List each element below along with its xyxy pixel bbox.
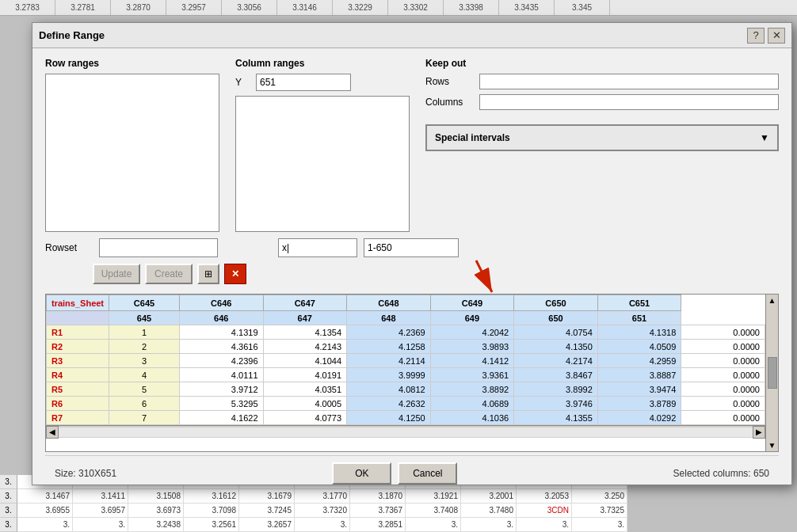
top-num-7: 3.3229	[333, 0, 388, 15]
dialog-title: Define Range	[39, 29, 105, 41]
row-ranges-section: Row ranges	[45, 58, 219, 232]
table-row: R3 3 4.2396 4.1044 4.2114 4.1412 4.2174 …	[47, 354, 765, 368]
top-num-9: 3.3398	[444, 0, 499, 15]
keep-out-rows-row: Rows	[425, 74, 779, 89]
top-num-10: 3.3435	[499, 0, 555, 15]
col-header-c648: C648	[347, 295, 431, 311]
keep-out-rows-label: Rows	[425, 76, 473, 87]
special-intervals-button[interactable]: Special intervals ▼	[425, 124, 779, 151]
ok-button[interactable]: OK	[332, 462, 391, 484]
cancel-button[interactable]: Cancel	[398, 462, 457, 484]
top-num-2: 3.2781	[55, 0, 111, 15]
col-ranges-label: Column ranges	[235, 58, 410, 69]
rowset-label: Rowset	[45, 242, 93, 253]
col-header-c649: C649	[430, 295, 514, 311]
grid-icon-button[interactable]: ⊞	[197, 264, 219, 284]
x-name-input[interactable]	[278, 238, 357, 257]
help-button[interactable]: ?	[747, 28, 765, 44]
keep-out-cols-row: Columns	[425, 94, 779, 110]
table-row: R5 5 3.9712 4.0351 4.0812 3.8892 3.8992 …	[47, 382, 765, 397]
bottom-row-3: 3. 3.6955 3.6957 3.6973 3.7098 3.7245 3.…	[0, 504, 797, 518]
table-row: R6 6 5.3295 4.0005 4.2632 4.0689 3.9746 …	[47, 397, 765, 411]
spreadsheet-top-row: 3.2783 3.2781 3.2870 3.2957 3.3056 3.314…	[0, 0, 797, 16]
top-num-4: 3.2957	[166, 0, 222, 15]
rowset-input[interactable]	[99, 238, 218, 257]
define-range-dialog: Define Range ? ✕ Row ranges Column range…	[32, 22, 792, 485]
dialog-body: Row ranges Column ranges Y Keep out Rows	[32, 48, 791, 500]
dialog-bottom-bar: Size: 310X651 OK Cancel Selected columns…	[45, 455, 779, 491]
table-row: R4 4 4.0111 4.0191 3.9999 3.9361 3.8467 …	[47, 368, 765, 382]
close-button[interactable]: ✕	[768, 28, 785, 44]
table-header-row: trains_Sheet C645 C646 C647 C648 C649 C6…	[47, 295, 765, 311]
row-ranges-label: Row ranges	[45, 58, 219, 69]
size-label: Size: 310X651	[55, 468, 116, 479]
col-y-input[interactable]	[256, 74, 351, 91]
top-num-6: 3.3146	[277, 0, 333, 15]
keep-out-cols-input[interactable]	[479, 94, 779, 110]
keep-out-cols-label: Columns	[425, 97, 473, 108]
bottom-row-4: 3. 3. 3. 3.2438 3.2561 3.2657 3. 3.2851 …	[0, 518, 797, 532]
keep-out-label: Keep out	[425, 58, 779, 69]
update-button[interactable]: Update	[93, 264, 140, 284]
col-ranges-area[interactable]	[235, 96, 410, 232]
top-num-11: 3.345	[555, 0, 610, 15]
range-value-input[interactable]	[364, 238, 459, 257]
table-body: R1 1 4.1319 4.1354 4.2369 4.2042 4.0754 …	[47, 325, 765, 425]
table-row: R2 2 4.3616 4.2143 4.1258 3.9893 4.1350 …	[47, 340, 765, 354]
create-button[interactable]: Create	[145, 264, 193, 284]
scroll-left-btn[interactable]: ◀	[46, 426, 59, 439]
scroll-up-btn[interactable]: ▲	[768, 296, 776, 305]
table-row: R1 1 4.1319 4.1354 4.2369 4.2042 4.0754 …	[47, 325, 765, 340]
col-ranges-section: Column ranges Y	[235, 58, 410, 232]
sheet-name-header: trains_Sheet	[47, 295, 109, 311]
data-table-container: ▲ ▼ trains_Sheet C645 C646 C647 C648 C64…	[45, 294, 779, 452]
horizontal-scrollbar[interactable]: ◀ ▶	[46, 425, 765, 438]
col-header-c646: C646	[179, 295, 263, 311]
dialog-top-columns: Row ranges Column ranges Y Keep out Rows	[45, 58, 779, 232]
dialog-title-buttons: ? ✕	[747, 28, 785, 44]
col-header-c650: C650	[514, 295, 598, 311]
action-buttons-row: Update Create ⊞ ✕	[93, 264, 779, 284]
keep-out-rows-input[interactable]	[479, 74, 779, 89]
scroll-thumb-vertical[interactable]	[768, 357, 777, 389]
keep-out-section: Keep out Rows Columns Special intervals …	[425, 58, 779, 232]
scroll-right-btn[interactable]: ▶	[753, 426, 765, 439]
top-num-8: 3.3302	[388, 0, 444, 15]
rowset-row: Rowset	[45, 238, 779, 257]
data-table: trains_Sheet C645 C646 C647 C648 C649 C6…	[46, 294, 765, 425]
top-num-3: 3.2870	[111, 0, 166, 15]
special-intervals-label: Special intervals	[435, 132, 510, 143]
row-ranges-input[interactable]	[45, 74, 219, 232]
col-header-c645: C645	[109, 295, 180, 311]
top-num-5: 3.3056	[222, 0, 277, 15]
delete-button[interactable]: ✕	[224, 264, 246, 284]
grid-icon: ⊞	[204, 268, 212, 279]
ok-cancel-buttons: OK Cancel	[332, 462, 457, 484]
table-row: R7 7 4.1622 4.0773 4.1250 4.1036 4.1355 …	[47, 411, 765, 425]
scroll-down-btn[interactable]: ▼	[768, 441, 776, 450]
col-y-label: Y	[235, 77, 251, 88]
selected-cols-label: Selected columns: 650	[673, 468, 769, 479]
delete-icon: ✕	[231, 268, 239, 279]
top-num-1: 3.2783	[0, 0, 55, 15]
chevron-down-icon: ▼	[760, 132, 769, 143]
dialog-titlebar: Define Range ? ✕	[32, 23, 791, 48]
col-header-c647: C647	[263, 295, 347, 311]
col-header-c651: C651	[597, 295, 681, 311]
table-number-row: 645 646 647 648 649 650 651	[47, 311, 765, 325]
